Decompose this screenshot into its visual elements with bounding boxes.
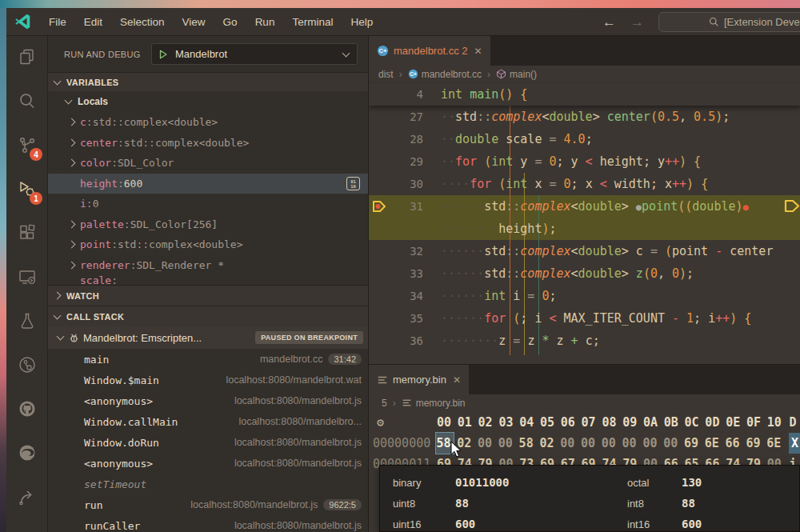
activity-github[interactable] [6, 388, 48, 430]
code-line-35[interactable]: 35······for (; i < MAX_ITER_COUNT - 1; i… [369, 307, 800, 330]
hex-byte[interactable]: 00 [498, 433, 519, 454]
variable-row-i[interactable]: i: 0 [48, 194, 368, 214]
hex-byte[interactable]: 00 [581, 433, 602, 454]
stack-frame-row[interactable]: <anonymous>localhost:8080/mandelbrot.js [48, 453, 368, 474]
activity-remote-explorer[interactable] [6, 256, 48, 298]
launch-config-dropdown[interactable]: Mandelbrot [151, 43, 358, 65]
code-line-text[interactable]: ········height); [423, 218, 557, 240]
activity-gitlens[interactable] [6, 344, 48, 386]
stack-frame-row[interactable]: Window.callMainlocalhost:8080/mandelbro.… [48, 411, 368, 432]
line-number[interactable]: 27 [369, 106, 423, 128]
breadcrumb-item[interactable]: memory.bin [416, 398, 466, 409]
code-line-text[interactable]: ······int i = 0; [423, 285, 557, 307]
code-line-36[interactable]: 36········z = z * z + c; [369, 330, 800, 352]
menu-item-help[interactable]: Help [342, 11, 382, 33]
debug-session-row[interactable]: Mandelbrot: Emscripten... PAUSED ON BREA… [48, 326, 368, 349]
hex-settings-gear-icon[interactable]: ⚙ [369, 412, 437, 433]
line-number[interactable]: 30 [369, 173, 423, 195]
command-center-search[interactable]: [Extension Developm [658, 12, 800, 32]
hex-byte[interactable]: 00 [602, 433, 622, 454]
activity-extensions[interactable] [6, 212, 48, 254]
line-number[interactable]: 32 [369, 240, 423, 262]
binary-view-icon[interactable]: 0110 [346, 177, 360, 190]
line-number[interactable]: 28 [369, 128, 423, 150]
code-line-32[interactable]: 32······std::complex<double> c = (point … [369, 240, 800, 262]
hex-byte[interactable]: 66 [726, 433, 746, 454]
stack-frame-row[interactable]: Window.doRunlocalhost:8080/mandelbrot.js [48, 432, 368, 453]
menu-item-run[interactable]: Run [246, 11, 284, 33]
code-line-34[interactable]: 34······int i = 0; [369, 285, 800, 307]
hex-breadcrumb[interactable]: 5 › memory.bin [369, 394, 800, 412]
menu-item-file[interactable]: File [40, 11, 75, 33]
breadcrumb-item[interactable]: main() [510, 69, 537, 80]
breadcrumb-item[interactable]: mandelbrot.cc [422, 69, 482, 80]
stack-frame-row[interactable]: mainmandelbrot.cc31:42 [48, 349, 368, 370]
stack-frame-row[interactable]: Window.$mainlocalhost:8080/mandelbrot.wa… [48, 370, 368, 390]
sticky-scroll-line[interactable]: 4int main() { [369, 83, 800, 106]
hex-byte[interactable]: 02 [539, 433, 560, 454]
activity-source-control[interactable]: 4 [6, 124, 48, 166]
call-stack-section-header[interactable]: CALL STACK [48, 306, 368, 326]
breakpoint-current-line-icon[interactable] [372, 200, 387, 216]
hex-byte[interactable]: 6E [705, 433, 726, 454]
activity-live-share[interactable] [6, 476, 48, 518]
menu-item-edit[interactable]: Edit [75, 11, 111, 33]
variable-row-point[interactable]: point: std::complex<double> [48, 234, 368, 255]
code-line-text[interactable]: ··double scale = 4.0; [423, 128, 593, 150]
code-line-text[interactable]: ··for (int y = 0; y < height; y++) { [423, 150, 701, 173]
activity-edge-devtools[interactable] [6, 432, 48, 474]
line-number[interactable]: 36 [369, 330, 423, 352]
code-line-text[interactable]: ········z = z * z + c; [423, 330, 600, 352]
breadcrumb-item[interactable]: 5 [382, 398, 387, 409]
hex-byte[interactable]: 00 [663, 433, 684, 454]
watch-section-header[interactable]: WATCH [48, 285, 368, 306]
start-debug-icon[interactable] [158, 49, 169, 60]
code-line-29[interactable]: 29··for (int y = 0; y < height; y++) { [369, 150, 800, 173]
line-number[interactable]: 34 [369, 285, 423, 307]
variable-row-height[interactable]: height: 6000110 [48, 174, 368, 194]
line-number[interactable] [369, 218, 423, 240]
line-number[interactable]: 29 [369, 150, 423, 173]
line-number[interactable]: 33 [369, 262, 423, 285]
nav-forward-icon[interactable]: → [630, 14, 644, 30]
variable-row-color[interactable]: color: SDL_Color [48, 153, 368, 174]
stack-frame-row[interactable]: runCallerlocalhost:8080/mandelbrot.js [48, 515, 368, 532]
hex-byte[interactable]: 00 [478, 433, 498, 454]
variable-row-center[interactable]: center: std::complex<double> [48, 133, 368, 154]
variable-row-palette[interactable]: palette: SDL_Color[256] [48, 214, 368, 235]
code-line-27[interactable]: 27··std::complex<double> center(0.5, 0.5… [369, 106, 800, 128]
code-area[interactable]: 4int main() { 27··std::complex<double> c… [369, 83, 800, 364]
tab-mandelbrot-cc[interactable]: C+ mandelbrot.cc 2 ✕ [369, 36, 490, 66]
stack-frame-row[interactable]: runlocalhost:8080/mandelbrot.js9622:5 [48, 494, 368, 515]
code-line-text[interactable]: ······std::complex<double> c = (point - … [423, 240, 773, 262]
code-line-31[interactable]: 31······std::complex<double> ●point((dou… [369, 195, 800, 218]
line-number[interactable]: 35 [369, 307, 423, 330]
code-line-text[interactable]: ······std::complex<double> z(0, 0); [423, 262, 694, 285]
variable-row-renderer[interactable]: renderer: SDL_Renderer * [48, 255, 368, 276]
menu-item-terminal[interactable]: Terminal [283, 11, 342, 33]
hex-byte[interactable]: 69 [746, 433, 766, 454]
stack-frame-row[interactable]: <anonymous>localhost:8080/mandelbrot.js [48, 390, 368, 411]
menu-item-selection[interactable]: Selection [111, 11, 174, 33]
variables-section-header[interactable]: VARIABLES [48, 72, 368, 91]
hex-byte[interactable]: 58 [519, 433, 540, 454]
code-line-text[interactable]: ··std::complex<double> center(0.5, 0.5); [423, 106, 730, 128]
stack-frame-row[interactable]: setTimeout [48, 474, 368, 494]
locals-scope-row[interactable]: Locals [48, 91, 368, 112]
breadcrumb-item[interactable]: dist [378, 69, 394, 80]
hex-byte[interactable]: 69 [684, 433, 705, 454]
menu-item-view[interactable]: View [174, 11, 214, 33]
hex-byte[interactable]: 6E [766, 433, 787, 454]
activity-search[interactable] [6, 80, 48, 122]
hex-byte[interactable]: 00 [560, 433, 581, 454]
nav-back-icon[interactable]: ← [602, 14, 616, 30]
code-line-28[interactable]: 28··double scale = 4.0; [369, 128, 800, 150]
code-line-wrap[interactable]: ········height); [369, 218, 800, 240]
hex-byte[interactable]: 00 [622, 433, 643, 454]
hex-byte[interactable]: 00 [642, 433, 663, 454]
menu-item-go[interactable]: Go [214, 11, 246, 33]
tab-memory-bin[interactable]: memory.bin ✕ [369, 365, 469, 394]
close-icon[interactable]: ✕ [453, 374, 461, 386]
code-line-30[interactable]: 30····for (int x = 0; x < width; x++) { [369, 173, 800, 195]
hex-decoded-char[interactable]: X [789, 433, 800, 454]
